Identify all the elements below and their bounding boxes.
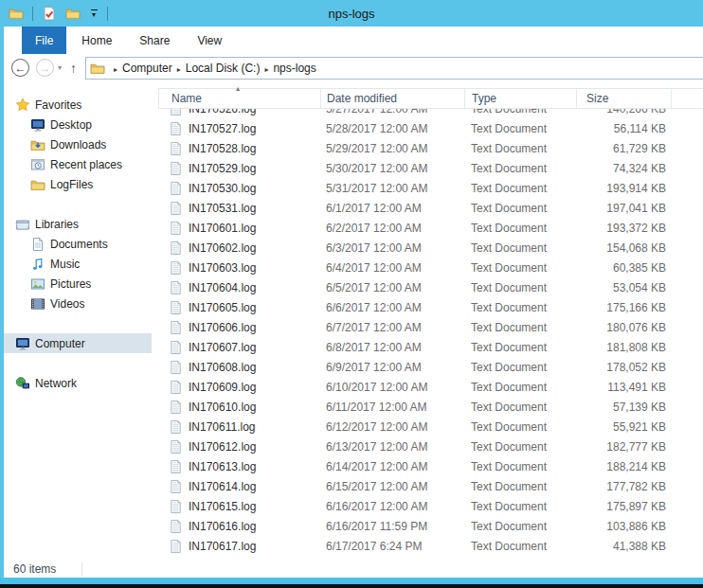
file-row[interactable]: IN170603.log 6/4/2017 12:00 AM Text Docu… bbox=[152, 258, 703, 277]
file-row[interactable]: IN170601.log 6/2/2017 12:00 AM Text Docu… bbox=[152, 218, 703, 238]
column-header-date-modified[interactable]: Date modified bbox=[321, 89, 465, 108]
title-bar[interactable]: ▾ nps-logs bbox=[0, 0, 703, 27]
file-row[interactable]: IN170612.log 6/13/2017 12:00 AM Text Doc… bbox=[152, 437, 703, 456]
file-name: IN170612.log bbox=[189, 440, 256, 454]
sidebar-item-recent-places[interactable]: Recent places bbox=[4, 154, 152, 174]
new-folder-button[interactable] bbox=[63, 4, 82, 23]
file-date-modified: 6/3/2017 12:00 AM bbox=[320, 241, 464, 255]
file-date-modified: 6/12/2017 12:00 AM bbox=[320, 420, 464, 434]
file-date-modified: 6/2/2017 12:00 AM bbox=[320, 222, 464, 235]
column-header-name[interactable]: ▴ Name bbox=[159, 89, 321, 108]
file-date-modified: 5/31/2017 12:00 AM bbox=[320, 182, 464, 195]
forward-icon: → bbox=[40, 62, 51, 74]
sidebar-item-label: Network bbox=[35, 377, 77, 390]
sidebar-item-downloads[interactable]: Downloads bbox=[4, 134, 152, 154]
file-name: IN170608.log bbox=[189, 361, 256, 374]
file-row[interactable]: IN170608.log 6/9/2017 12:00 AM Text Docu… bbox=[152, 357, 703, 377]
column-header-type[interactable]: Type bbox=[465, 89, 577, 108]
file-row[interactable]: IN170604.log 6/5/2017 12:00 AM Text Docu… bbox=[152, 277, 703, 297]
sidebar-item-documents[interactable]: Documents bbox=[4, 234, 152, 254]
file-row[interactable]: IN170527.log 5/28/2017 12:00 AM Text Doc… bbox=[152, 118, 703, 138]
text-document-icon bbox=[169, 539, 183, 554]
text-document-icon bbox=[169, 280, 183, 295]
file-name: IN170529.log bbox=[189, 162, 256, 175]
file-size: 103,886 KB bbox=[576, 520, 671, 533]
file-size: 41,388 KB bbox=[576, 540, 671, 553]
navigation-bar: ← → ▾ ↑ ▸Computer▸Local Disk (C:)▸nps-lo… bbox=[4, 54, 703, 81]
navigation-pane: Favorites Desktop Downloads Recent place… bbox=[4, 81, 152, 560]
sidebar-item-libraries[interactable]: Libraries bbox=[4, 214, 152, 234]
file-date-modified: 5/30/2017 12:00 AM bbox=[320, 162, 464, 175]
file-row[interactable]: IN170615.log 6/16/2017 12:00 AM Text Doc… bbox=[152, 496, 703, 516]
file-name: IN170603.log bbox=[189, 261, 256, 275]
recent-locations-dropdown[interactable]: ▾ bbox=[58, 63, 62, 72]
file-size: 56,114 KB bbox=[576, 122, 671, 135]
sidebar-item-music[interactable]: Music bbox=[4, 254, 152, 274]
libraries-icon bbox=[14, 217, 30, 232]
tab-file[interactable]: File bbox=[22, 27, 66, 54]
file-row[interactable]: IN170605.log 6/6/2017 12:00 AM Text Docu… bbox=[152, 297, 703, 317]
file-row[interactable]: IN170531.log 6/1/2017 12:00 AM Text Docu… bbox=[152, 198, 703, 218]
window-border-bottom-edge bbox=[0, 584, 703, 588]
file-row[interactable]: IN170602.log 6/3/2017 12:00 AM Text Docu… bbox=[152, 238, 703, 258]
network-icon bbox=[14, 376, 30, 391]
breadcrumb-item-nps-logs[interactable]: nps-logs bbox=[273, 62, 315, 75]
file-row[interactable]: IN170609.log 6/10/2017 12:00 AM Text Doc… bbox=[152, 377, 703, 397]
sidebar-item-computer[interactable]: Computer bbox=[4, 333, 152, 353]
column-header-size[interactable]: Size bbox=[577, 89, 672, 108]
up-button[interactable]: ↑ bbox=[70, 61, 77, 76]
tab-home[interactable]: Home bbox=[69, 27, 124, 54]
file-row[interactable]: IN170616.log 6/16/2017 11:59 PM Text Doc… bbox=[152, 516, 703, 536]
file-list-pane: ▴ Name Date modified Type Size IN170526.… bbox=[152, 81, 703, 561]
back-button[interactable]: ← bbox=[11, 59, 29, 77]
tab-view[interactable]: View bbox=[185, 27, 234, 54]
file-type: Text Document bbox=[464, 500, 576, 513]
file-row[interactable]: IN170606.log 6/7/2017 12:00 AM Text Docu… bbox=[152, 317, 703, 337]
breadcrumb-item-computer[interactable]: Computer bbox=[122, 62, 172, 75]
forward-button[interactable]: → bbox=[36, 59, 54, 77]
breadcrumb-chevron-icon: ▸ bbox=[109, 65, 122, 74]
file-type: Text Document bbox=[464, 162, 576, 175]
column-label: Date modified bbox=[327, 92, 397, 105]
file-row[interactable]: IN170529.log 5/30/2017 12:00 AM Text Doc… bbox=[152, 158, 703, 178]
text-document-icon bbox=[169, 519, 183, 534]
sidebar-item-favorites[interactable]: Favorites bbox=[4, 95, 152, 115]
toolbar-separator bbox=[32, 7, 33, 21]
sidebar-item-pictures[interactable]: Pictures bbox=[4, 274, 152, 294]
pictures-icon bbox=[29, 276, 45, 292]
tab-share[interactable]: Share bbox=[127, 27, 182, 54]
file-size: 180,076 KB bbox=[576, 321, 671, 334]
file-row[interactable]: IN170613.log 6/14/2017 12:00 AM Text Doc… bbox=[152, 456, 703, 476]
file-name: IN170606.log bbox=[189, 321, 256, 334]
file-size: 57,139 KB bbox=[576, 401, 671, 414]
file-row[interactable]: IN170530.log 5/31/2017 12:00 AM Text Doc… bbox=[152, 178, 703, 198]
text-document-icon bbox=[169, 459, 183, 474]
sidebar-item-logfiles[interactable]: LogFiles bbox=[4, 174, 152, 194]
sidebar-item-label: Downloads bbox=[50, 138, 106, 151]
file-row[interactable]: IN170528.log 5/29/2017 12:00 AM Text Doc… bbox=[152, 138, 703, 158]
address-bar[interactable]: ▸Computer▸Local Disk (C:)▸nps-logs bbox=[85, 57, 703, 80]
file-row[interactable]: IN170617.log 6/17/2017 6:24 PM Text Docu… bbox=[152, 536, 703, 556]
breadcrumb-item-local-disk-c[interactable]: Local Disk (C:) bbox=[186, 62, 261, 75]
file-name: IN170601.log bbox=[189, 222, 256, 235]
properties-button[interactable] bbox=[40, 4, 59, 23]
breadcrumb-chevron-icon: ▸ bbox=[260, 65, 273, 74]
file-type: Text Document bbox=[464, 361, 576, 374]
sidebar-item-videos[interactable]: Videos bbox=[4, 294, 152, 313]
text-document-icon bbox=[169, 121, 183, 136]
file-type: Text Document bbox=[464, 281, 576, 294]
file-row[interactable]: IN170611.log 6/12/2017 12:00 AM Text Doc… bbox=[152, 417, 703, 437]
file-date-modified: 6/5/2017 12:00 AM bbox=[320, 281, 464, 294]
file-row[interactable]: IN170607.log 6/8/2017 12:00 AM Text Docu… bbox=[152, 337, 703, 357]
file-type: Text Document bbox=[464, 520, 576, 533]
file-row[interactable]: IN170610.log 6/11/2017 12:00 AM Text Doc… bbox=[152, 397, 703, 417]
sidebar-item-desktop[interactable]: Desktop bbox=[4, 115, 152, 134]
text-document-icon bbox=[169, 499, 183, 514]
customize-quick-access-button[interactable]: ▾ bbox=[87, 5, 100, 22]
file-row[interactable]: IN170614.log 6/15/2017 12:00 AM Text Doc… bbox=[152, 476, 703, 496]
sidebar-item-network[interactable]: Network bbox=[4, 373, 152, 393]
file-date-modified: 6/15/2017 12:00 AM bbox=[320, 480, 464, 493]
text-document-icon bbox=[169, 161, 183, 176]
sidebar-item-label: LogFiles bbox=[50, 178, 93, 191]
file-size: 193,372 KB bbox=[576, 222, 671, 235]
